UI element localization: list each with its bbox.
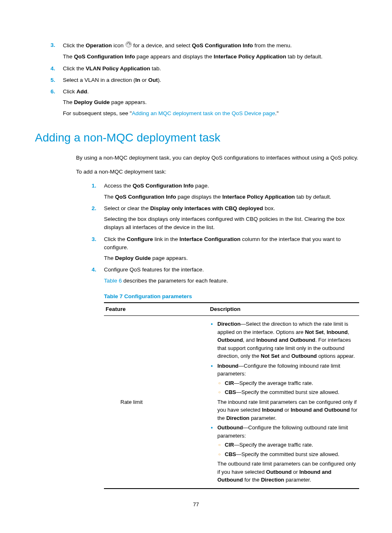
steps-list-main: 1. Access the QoS Configuration Info pag…: [76, 182, 359, 489]
step-5: 5. Select a VLAN in a direction (In or O…: [63, 76, 359, 84]
bullet-outbound: Outbound—Configure the following outboun…: [210, 424, 357, 458]
steps-list-top: 3. Click the Operation icon for a device…: [35, 41, 359, 118]
config-params-table: Feature Description Rate limit Direction…: [104, 302, 359, 489]
step-number: 4.: [51, 65, 55, 73]
step-2: 2. Select or clear the Display only inte…: [104, 204, 359, 232]
note-outbound: The outbound rate limit parameters can b…: [217, 460, 357, 484]
step-number: 3.: [51, 41, 55, 49]
section-heading: Adding a non-MQC deployment task: [35, 129, 359, 146]
step-3: 3. Click the Operation icon for a device…: [63, 41, 359, 61]
step-body: The QoS Configuration Info page displays…: [104, 193, 359, 201]
intro-paragraph: By using a non-MQC deployment task, you …: [76, 154, 359, 162]
step-text: Configure QoS features for the interface…: [104, 266, 204, 273]
step-text: Select a VLAN in a direction (In or Out)…: [63, 77, 161, 83]
step-number: 5.: [51, 76, 55, 84]
step-text: Click the Operation icon for a device, a…: [63, 42, 292, 49]
step-number: 3.: [92, 235, 96, 243]
step-4b: 4. Configure QoS features for the interf…: [104, 266, 359, 489]
intro-block: By using a non-MQC deployment task, you …: [76, 154, 359, 176]
step-number: 1.: [92, 182, 96, 190]
step-number: 6.: [51, 88, 55, 96]
step-number: 2.: [92, 204, 96, 213]
step-text: Click the VLAN Policy Application tab.: [63, 65, 161, 72]
feature-cell: Rate limit: [104, 316, 208, 489]
description-cell: Direction—Select the direction to which …: [208, 316, 359, 489]
step-4: 4. Click the VLAN Policy Application tab…: [63, 65, 359, 73]
step-body: The Deploy Guide page appears.: [104, 254, 359, 262]
bullet-inbound: Inbound—Configure the following inbound …: [210, 362, 357, 396]
step-body: The Deploy Guide page appears. For subse…: [63, 98, 359, 118]
intro-paragraph: To add a non-MQC deployment task:: [76, 168, 359, 176]
step-text: Access the QoS Configuration Info page.: [104, 183, 209, 189]
step-number: 4.: [92, 266, 96, 274]
step-body: The QoS Configuration Info page appears …: [63, 53, 359, 61]
operation-icon: [125, 41, 132, 50]
note-inbound: The inbound rate limit parameters can be…: [217, 398, 357, 422]
step-1: 1. Access the QoS Configuration Info pag…: [104, 182, 359, 201]
step-3b: 3. Click the Configure link in the Inter…: [104, 235, 359, 263]
cross-ref-link[interactable]: Adding an MQC deployment task on the QoS…: [132, 110, 275, 116]
step-text: Select or clear the Display only interfa…: [104, 205, 275, 211]
document-page: 3. Click the Operation icon for a device…: [0, 0, 392, 533]
table-ref-link[interactable]: Table 6: [104, 278, 122, 284]
step-6: 6. Click Add. The Deploy Guide page appe…: [63, 88, 359, 118]
step-text: Click the Configure link in the Interfac…: [104, 236, 341, 250]
col-feature: Feature: [104, 303, 208, 316]
svg-point-0: [126, 42, 131, 47]
table-row: Rate limit Direction—Select the directio…: [104, 316, 359, 489]
step-text: Click Add.: [63, 88, 89, 95]
table-caption: Table 7 Configuration parameters: [104, 292, 359, 301]
page-number: 77: [0, 501, 392, 509]
step-body: Table 6 describes the parameters for eac…: [104, 277, 359, 489]
step-body: Selecting the box displays only interfac…: [104, 215, 359, 232]
col-description: Description: [208, 303, 359, 316]
bullet-direction: Direction—Select the direction to which …: [210, 320, 357, 360]
